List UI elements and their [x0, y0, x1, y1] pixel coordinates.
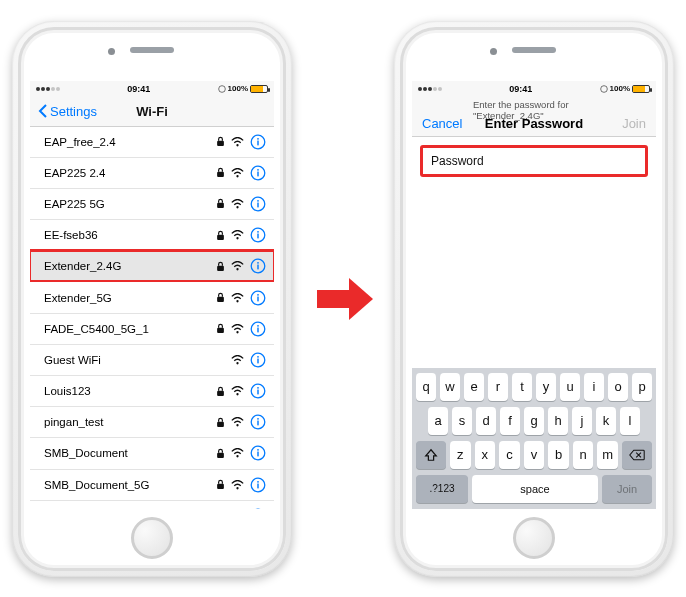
svg-rect-26: [217, 297, 224, 302]
password-input[interactable]: Password: [420, 145, 648, 177]
info-icon[interactable]: [250, 165, 266, 181]
circled-icon: [600, 85, 608, 93]
wifi-row[interactable]: SMB_Document: [30, 438, 274, 469]
wifi-row[interactable]: SMB_Document_5G: [30, 470, 274, 501]
wifi-icon: [231, 355, 244, 365]
wifi-row[interactable]: EAP225 5G: [30, 189, 274, 220]
back-button[interactable]: Settings: [38, 104, 97, 119]
svg-rect-55: [217, 484, 224, 489]
svg-rect-6: [217, 172, 224, 177]
keyboard: qwertyuiop asdfghjkl zxcvbnm .?123 space…: [412, 368, 656, 509]
battery-icon: [250, 85, 268, 93]
key-l[interactable]: l: [620, 407, 640, 435]
wifi-row[interactable]: SR20: [30, 501, 274, 509]
camera: [490, 48, 497, 55]
key-r[interactable]: r: [488, 373, 508, 401]
svg-rect-44: [257, 390, 258, 395]
key-d[interactable]: d: [476, 407, 496, 435]
password-nav-bar: Enter the password for "Extender_2.4G" C…: [412, 97, 656, 137]
wifi-row[interactable]: pingan_test: [30, 407, 274, 438]
info-icon[interactable]: [250, 290, 266, 306]
key-v[interactable]: v: [524, 441, 545, 469]
wifi-icon: [231, 480, 244, 490]
svg-rect-20: [257, 234, 258, 239]
svg-point-4: [257, 138, 259, 140]
key-k[interactable]: k: [596, 407, 616, 435]
wifi-icon: [231, 417, 244, 427]
key-space[interactable]: space: [472, 475, 598, 503]
svg-point-48: [257, 418, 259, 420]
key-n[interactable]: n: [573, 441, 594, 469]
svg-point-27: [236, 300, 238, 302]
key-x[interactable]: x: [475, 441, 496, 469]
svg-point-36: [236, 362, 238, 364]
key-o[interactable]: o: [608, 373, 628, 401]
key-g[interactable]: g: [524, 407, 544, 435]
phone-right: 09:41 100% Enter the password for "Exten…: [394, 21, 674, 577]
key-s[interactable]: s: [452, 407, 472, 435]
info-icon[interactable]: [250, 196, 266, 212]
key-a[interactable]: a: [428, 407, 448, 435]
key-shift[interactable]: [416, 441, 446, 469]
wifi-row[interactable]: EE-fseb36: [30, 220, 274, 251]
info-icon[interactable]: [250, 445, 266, 461]
lock-icon: [216, 167, 225, 178]
lock-icon: [216, 136, 225, 147]
home-button[interactable]: [131, 517, 173, 559]
key-w[interactable]: w: [440, 373, 460, 401]
password-label: Password: [431, 154, 484, 168]
key-t[interactable]: t: [512, 373, 532, 401]
info-icon[interactable]: [250, 477, 266, 493]
wifi-row[interactable]: Guest WiFi: [30, 345, 274, 376]
key-u[interactable]: u: [560, 373, 580, 401]
svg-rect-15: [257, 203, 258, 208]
lock-icon: [216, 292, 225, 303]
info-icon[interactable]: [250, 134, 266, 150]
wifi-row[interactable]: Extender_2.4G: [30, 251, 274, 282]
key-p[interactable]: p: [632, 373, 652, 401]
key-j[interactable]: j: [572, 407, 592, 435]
key-f[interactable]: f: [500, 407, 520, 435]
home-button[interactable]: [513, 517, 555, 559]
cancel-button[interactable]: Cancel: [422, 116, 462, 131]
wifi-list[interactable]: EAP_free_2.4EAP225 2.4EAP225 5GEE-fseb36…: [30, 127, 274, 509]
join-button-nav[interactable]: Join: [622, 116, 646, 131]
svg-point-51: [236, 456, 238, 458]
key-e[interactable]: e: [464, 373, 484, 401]
key-q[interactable]: q: [416, 373, 436, 401]
nav-bar: Settings Wi-Fi: [30, 97, 274, 127]
wifi-row[interactable]: EAP_free_2.4: [30, 127, 274, 158]
key-i[interactable]: i: [584, 373, 604, 401]
svg-point-2: [236, 144, 238, 146]
page-title: Wi-Fi: [136, 104, 168, 119]
svg-rect-45: [217, 422, 224, 427]
back-label: Settings: [50, 104, 97, 119]
lock-icon: [216, 417, 225, 428]
info-icon[interactable]: [250, 508, 266, 509]
key-z[interactable]: z: [450, 441, 471, 469]
key-y[interactable]: y: [536, 373, 556, 401]
key-b[interactable]: b: [548, 441, 569, 469]
wifi-row[interactable]: Extender_5G: [30, 282, 274, 313]
svg-point-22: [236, 268, 238, 270]
info-icon[interactable]: [250, 352, 266, 368]
svg-point-43: [257, 387, 259, 389]
svg-rect-50: [217, 453, 224, 458]
wifi-row[interactable]: EAP225 2.4: [30, 158, 274, 189]
key-numbers[interactable]: .?123: [416, 475, 468, 503]
wifi-name: pingan_test: [44, 416, 216, 428]
key-join[interactable]: Join: [602, 475, 652, 503]
info-icon[interactable]: [250, 383, 266, 399]
info-icon[interactable]: [250, 258, 266, 274]
key-h[interactable]: h: [548, 407, 568, 435]
lock-icon: [216, 323, 225, 334]
key-backspace[interactable]: [622, 441, 652, 469]
info-icon[interactable]: [250, 321, 266, 337]
wifi-row[interactable]: FADE_C5400_5G_1: [30, 314, 274, 345]
svg-rect-59: [257, 483, 258, 488]
info-icon[interactable]: [250, 414, 266, 430]
info-icon[interactable]: [250, 227, 266, 243]
key-m[interactable]: m: [597, 441, 618, 469]
wifi-row[interactable]: Louis123: [30, 376, 274, 407]
key-c[interactable]: c: [499, 441, 520, 469]
